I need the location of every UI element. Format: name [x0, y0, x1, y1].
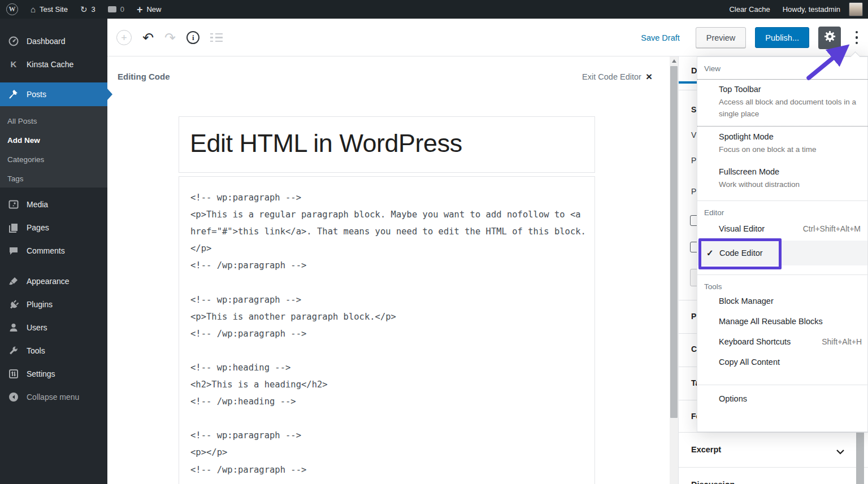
scroll-up-arrow[interactable]: [670, 56, 678, 66]
checkmark-icon: ✓: [706, 248, 718, 258]
sidebar-item-posts[interactable]: Posts: [0, 82, 107, 106]
code-line: [190, 342, 583, 359]
pushpin-icon: [7, 89, 20, 100]
sidebar-item-plugins[interactable]: Plugins: [0, 293, 107, 316]
menu-item-keyboard-shortcuts[interactable]: Keyboard Shortcuts Shift+Alt+H: [697, 332, 867, 352]
site-name: Test Site: [40, 5, 68, 14]
block-navigation-button[interactable]: [210, 33, 223, 42]
editor-scrollbar[interactable]: [670, 56, 678, 484]
code-line: <!-- wp:heading -->: [190, 359, 583, 376]
new-content-menu[interactable]: + New: [131, 0, 168, 19]
submenu-all-posts[interactable]: All Posts: [0, 111, 107, 130]
ellipsis-icon: [856, 31, 858, 34]
editing-code-label: Editing Code: [118, 72, 170, 81]
tab-document[interactable]: D: [691, 66, 697, 75]
scrollbar-thumb[interactable]: [670, 66, 678, 418]
collapse-icon: [7, 391, 20, 403]
menu-item-options[interactable]: Options: [697, 385, 867, 412]
updates-count: 3: [92, 5, 96, 14]
submenu-tags[interactable]: Tags: [0, 169, 107, 188]
sidebar-item-comments[interactable]: Comments: [0, 239, 107, 262]
code-line: <h2>This is a heading</h2>: [190, 376, 583, 393]
site-name-menu[interactable]: ⌂ Test Site: [24, 0, 74, 19]
admin-bar-right: Clear Cache Howdy, testadmin: [723, 0, 868, 19]
excerpt-panel-toggle[interactable]: Excerpt: [679, 432, 868, 467]
wordpress-admin-screen: W ⌂ Test Site ↻ 3 0 + New Clear Cache: [0, 0, 868, 484]
admin-sidebar: Dashboard K Kinsta Cache Posts All Posts…: [0, 19, 107, 484]
more-tools-options-button[interactable]: [850, 27, 863, 49]
post-title-field[interactable]: Edit HTML in WordPress: [179, 116, 595, 173]
media-icon: [7, 199, 20, 210]
sidebar-item-dashboard[interactable]: Dashboard: [0, 29, 107, 53]
clear-cache-button[interactable]: Clear Cache: [723, 0, 776, 19]
menu-item-visual-editor[interactable]: Visual Editor Ctrl+Shift+Alt+M: [697, 217, 867, 241]
code-line: <!-- /wp:paragraph -->: [190, 325, 583, 342]
code-line: <!-- /wp:paragraph -->: [190, 461, 583, 478]
exit-code-editor-button[interactable]: Exit Code Editor ×: [582, 71, 652, 82]
new-label: New: [146, 5, 161, 14]
panel-label-fragment: P: [691, 156, 696, 165]
gear-icon: [823, 30, 836, 45]
content-structure-button[interactable]: i: [186, 31, 199, 44]
comments-icon: [108, 6, 116, 12]
plus-icon: +: [137, 5, 143, 15]
code-line: <!-- /wp:heading -->: [190, 393, 583, 410]
menu-item-top-toolbar[interactable]: Top Toolbar Access all block and documen…: [697, 79, 867, 127]
sidebar-item-kinsta-cache[interactable]: K Kinsta Cache: [0, 53, 107, 76]
code-line: <p>This is a regular paragraph block. Ma…: [190, 206, 583, 223]
code-line: <!-- /wp:paragraph -->: [190, 257, 583, 274]
submenu-add-new[interactable]: Add New: [0, 130, 107, 150]
editor-header: + ↶ ↷ i Save Draft Preview Publish...: [107, 19, 868, 56]
shortcut-label: Ctrl+Shift+Alt+M: [803, 224, 862, 233]
save-draft-button[interactable]: Save Draft: [641, 33, 680, 42]
sidebar-item-collapse-menu[interactable]: Collapse menu: [0, 385, 107, 408]
plug-icon: [7, 299, 20, 310]
shortcut-label: Shift+Alt+H: [822, 337, 862, 346]
wrench-icon: [7, 345, 20, 356]
updates-icon: ↻: [80, 5, 88, 14]
editor-tools: + ↶ ↷ i: [116, 19, 223, 56]
menu-item-manage-reusable-blocks[interactable]: Manage All Reusable Blocks: [697, 311, 867, 332]
home-icon: ⌂: [31, 5, 36, 14]
sidebar-item-tools[interactable]: Tools: [0, 339, 107, 362]
panel-label-fragment: S: [691, 105, 696, 114]
code-line: </p>: [190, 240, 583, 257]
editor-actions: Save Draft Preview Publish...: [641, 19, 863, 56]
comments-menu[interactable]: 0: [102, 0, 131, 19]
wordpress-logo-menu[interactable]: W: [0, 0, 24, 19]
more-options-dropdown: View Top Toolbar Access all block and do…: [697, 56, 868, 432]
sidebar-item-media[interactable]: Media: [0, 193, 107, 216]
code-line: [190, 274, 583, 291]
sliders-icon: [7, 368, 20, 380]
menu-item-fullscreen-mode[interactable]: Fullscreen Mode Work without distraction: [697, 155, 867, 190]
menu-item-code-editor[interactable]: ✓ Code Editor: [697, 241, 867, 265]
panel-scrollbar[interactable]: [856, 433, 864, 484]
panel-label-fragment: P: [691, 187, 696, 196]
user-avatar: [849, 2, 863, 16]
code-line: [190, 410, 583, 427]
my-account-menu[interactable]: Howdy, testadmin: [776, 0, 868, 19]
discussion-panel-toggle[interactable]: Discussion: [679, 467, 868, 484]
menu-item-block-manager[interactable]: Block Manager: [697, 291, 867, 311]
block-inserter-button[interactable]: +: [116, 30, 132, 45]
menu-item-copy-all-content[interactable]: Copy All Content: [697, 352, 867, 372]
code-editor-textarea[interactable]: <!-- wp:paragraph --> <p>This is a regul…: [179, 176, 595, 484]
sidebar-item-users[interactable]: Users: [0, 316, 107, 339]
brush-icon: [7, 276, 20, 287]
updates-menu[interactable]: ↻ 3: [74, 0, 102, 19]
settings-toggle-button[interactable]: [818, 27, 841, 49]
sidebar-item-appearance[interactable]: Appearance: [0, 269, 107, 293]
redo-button[interactable]: ↷: [164, 31, 176, 45]
undo-button[interactable]: ↶: [142, 31, 154, 45]
submenu-categories[interactable]: Categories: [0, 150, 107, 169]
sidebar-item-pages[interactable]: Pages: [0, 216, 107, 239]
kinsta-icon: K: [7, 59, 20, 69]
publish-button[interactable]: Publish...: [755, 27, 809, 48]
dashboard-icon: [7, 36, 20, 47]
preview-button[interactable]: Preview: [696, 27, 747, 48]
tools-section-label: Tools: [697, 275, 867, 291]
sidebar-item-settings[interactable]: Settings: [0, 362, 107, 385]
menu-item-spotlight-mode[interactable]: Spotlight Mode Focus on one block at a t…: [697, 127, 867, 155]
wordpress-logo-icon: W: [6, 3, 18, 15]
close-icon: ×: [646, 71, 652, 82]
